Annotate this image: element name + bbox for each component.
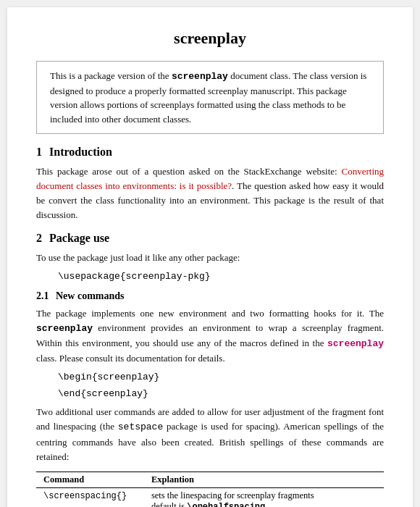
col-command: Command [36, 472, 144, 487]
table-row: \screenspacing{} sets the linespacing fo… [36, 487, 384, 507]
abstract-box: This is a package version of the screenp… [36, 61, 384, 134]
section-1-heading: 1 Introduction [36, 146, 384, 159]
desc-screenspacing: sets the linespacing for screenplay frag… [144, 487, 384, 507]
section-2-title: Package use [49, 232, 109, 244]
begin-screenplay-code: \begin{screenplay} [58, 372, 384, 382]
section-1-body: This package arose out of a question ask… [36, 164, 384, 223]
col-explanation: Explantion [144, 472, 384, 487]
table-header-row: Command Explantion [36, 472, 384, 487]
page-title: screenplay [36, 29, 384, 48]
section-2-1-body2: Two additional user commands are added t… [36, 405, 384, 464]
usepackage-code: \usepackage{screenplay-pkg} [58, 271, 384, 282]
abstract-keyword: screenplay [172, 71, 228, 82]
section-2-1-title: New commands [56, 290, 125, 301]
screenplay-kw1: screenplay [36, 323, 93, 334]
document-page: screenplay This is a package version of … [7, 7, 413, 507]
section-2-1-heading: 2.1 New commands [36, 290, 384, 302]
cmd-screenspacing: \screenspacing{} [36, 487, 144, 507]
section-2-heading: 2 Package use [36, 232, 384, 245]
section-1-title: Introduction [49, 146, 112, 158]
section-1-num: 1 [36, 146, 42, 158]
section-2-1-num: 2.1 [36, 290, 49, 301]
stackexchange-link[interactable]: Converting document classes into environ… [36, 166, 384, 191]
end-screenplay-code: \end{screenplay} [58, 388, 384, 399]
section-2-intro: To use the package just load it like any… [36, 251, 384, 265]
commands-table: Command Explantion \screenspacing{} sets… [36, 472, 384, 507]
commands-table-container: Command Explantion \screenspacing{} sets… [36, 472, 384, 507]
screenplay-kw2: screenplay [327, 338, 384, 349]
section-2-num: 2 [36, 232, 42, 244]
abstract-text: This is a package version of the screenp… [50, 70, 366, 125]
setspace-code: setspace [118, 422, 163, 432]
section-2-1-body1: The package implements one new environme… [36, 306, 384, 366]
